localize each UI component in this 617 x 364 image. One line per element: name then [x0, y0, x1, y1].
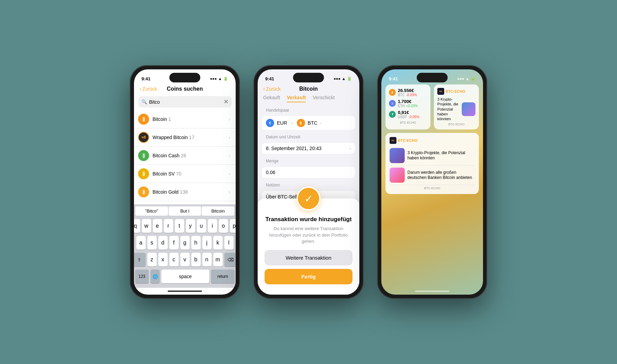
article-text-1: 3 Krypto-Projekte, die Potenzial haben k…: [407, 150, 475, 161]
usdt-change: -0.05%: [408, 115, 419, 119]
arrow-icon: →: [290, 121, 294, 125]
back-button-1[interactable]: ‹ Zurück: [139, 86, 157, 92]
btc-price: 26.556€: [398, 88, 414, 93]
key-r[interactable]: r: [164, 219, 173, 233]
coin-item-wbtc[interactable]: W₿ Wrapped Bitcoin 17 ›: [134, 128, 236, 147]
search-clear-icon[interactable]: ✕: [224, 99, 228, 105]
btc-echo-brand-small: BTC·ECHO: [446, 89, 465, 93]
bsv-rank: 70: [176, 171, 181, 177]
tab-verschickt[interactable]: Verschickt: [313, 95, 335, 102]
trading-pair-row[interactable]: € EUR → ₿ BTC ›: [266, 116, 351, 130]
btc-echo-small-widget[interactable]: BE BTC·ECHO 3 Krypto-Projekte, die Poten…: [434, 84, 479, 129]
large-widget-source: BTC-ECHO: [390, 186, 475, 190]
large-article-2[interactable]: Darum werden alle großen deutschen Banke…: [390, 166, 475, 185]
key-i[interactable]: i: [208, 219, 217, 233]
fertig-button[interactable]: Fertig: [265, 269, 352, 284]
quantity-row[interactable]: 0.06: [266, 167, 351, 178]
bch-chevron: ›: [228, 153, 230, 158]
key-h[interactable]: h: [191, 236, 201, 250]
suggestion-bitco[interactable]: "Bitco": [135, 206, 168, 216]
widget2-source: BTC-ECHO: [437, 123, 475, 126]
signal-icon-1: ●●●: [210, 77, 217, 81]
btc-price-info: 26.556€ BTC -0.03%: [398, 88, 417, 97]
tab-verkauft[interactable]: Verkauft: [287, 95, 306, 102]
key-shift[interactable]: ⇧: [134, 253, 146, 266]
keyboard: q w e r t y u i o p a s d f g h j k l: [134, 218, 236, 288]
coin-list: ₿ Bitcoin 1 › W₿ Wrapped Bitcoin 17 › ₿ …: [134, 110, 236, 204]
key-m[interactable]: m: [213, 253, 223, 266]
trading-pair-display: € EUR → ₿ BTC: [266, 119, 317, 127]
btc-echo-large-widget[interactable]: BE BTC·ECHO 3 Krypto-Projekte, die Poten…: [385, 133, 479, 194]
key-q[interactable]: q: [134, 219, 140, 233]
datetime-label: Datum und Uhrzeit: [258, 132, 359, 141]
btc-icon: ₿: [138, 114, 149, 125]
search-bar[interactable]: 🔍 ✕: [138, 96, 232, 107]
key-w[interactable]: w: [142, 219, 151, 233]
coin-item-ibb[interactable]: i₿ Interest Bearing Bitcoin 286 ›: [134, 201, 236, 204]
key-b[interactable]: b: [191, 253, 201, 266]
search-input[interactable]: [149, 99, 222, 105]
key-x[interactable]: x: [158, 253, 168, 266]
bch-rank: 26: [181, 153, 186, 158]
eth-ticker: ETH: [398, 104, 405, 108]
key-t[interactable]: t: [175, 219, 184, 233]
tab-bar: Gekauft Verkauft Verschickt: [258, 95, 359, 105]
datetime-row[interactable]: 8. September 2021, 20:43 ›: [266, 143, 351, 154]
back-button-2[interactable]: ‹ Zurück: [263, 86, 281, 92]
article-thumb-1: [390, 148, 405, 163]
suggestion-bitcoin[interactable]: Bitcoin: [202, 206, 234, 216]
key-n[interactable]: n: [202, 253, 212, 266]
btg-icon: ₿: [138, 186, 149, 197]
btc-echo-brand-large: BTC·ECHO: [398, 138, 417, 143]
coin-item-bsv[interactable]: ₿ Bitcoin SV 70 ›: [134, 165, 236, 183]
key-e[interactable]: e: [153, 219, 162, 233]
key-l[interactable]: l: [224, 236, 234, 250]
home-bar-1: [168, 291, 202, 292]
crypto-price-widget[interactable]: ₿ 26.556€ BTC -0.03% Ξ: [385, 84, 430, 129]
eth-change: +0.03%: [406, 104, 418, 108]
suggestion-buti[interactable]: But I: [169, 206, 201, 216]
bsv-name: Bitcoin SV: [153, 171, 176, 177]
coin-item-bch[interactable]: ₿ Bitcoin Cash 26 ›: [134, 147, 236, 165]
key-u[interactable]: u: [197, 219, 206, 233]
key-d[interactable]: d: [158, 236, 168, 250]
bch-name: Bitcoin Cash: [153, 153, 181, 158]
battery-icon-1: 🔋: [223, 77, 228, 81]
key-g[interactable]: g: [180, 236, 190, 250]
key-y[interactable]: y: [186, 219, 195, 233]
btc-ticker: BTC: [398, 93, 405, 97]
tab-gekauft[interactable]: Gekauft: [263, 95, 280, 102]
battery-icon-2: 🔋: [347, 77, 352, 81]
key-c[interactable]: c: [169, 253, 179, 266]
bsv-info: Bitcoin SV 70: [153, 171, 225, 177]
key-s[interactable]: s: [147, 236, 157, 250]
wbtc-name: Wrapped Bitcoin: [153, 135, 189, 140]
bsv-chevron: ›: [228, 171, 230, 177]
back-label-2: Zurück: [266, 86, 281, 92]
key-a[interactable]: a: [136, 236, 146, 250]
key-return[interactable]: return: [211, 270, 235, 283]
signal-icon-3: ●●●: [457, 77, 464, 81]
key-space[interactable]: space: [161, 270, 209, 283]
btc-rank: 1: [168, 116, 171, 122]
eth-price-row: Ξ 1.700€ ETH +0.03%: [389, 99, 427, 108]
keyboard-row4: 123 🌐 space return: [135, 270, 235, 283]
large-article-1[interactable]: 3 Krypto-Projekte, die Potenzial haben k…: [390, 146, 475, 166]
coin-item-btg[interactable]: ₿ Bitcoin Gold 138 ›: [134, 183, 236, 201]
key-o[interactable]: o: [219, 219, 228, 233]
key-z[interactable]: z: [147, 253, 157, 266]
coin-item-btc[interactable]: ₿ Bitcoin 1 ›: [134, 110, 236, 128]
key-p[interactable]: p: [230, 219, 236, 233]
weitere-transaktion-button[interactable]: Weitere Transaktion: [265, 250, 352, 265]
key-v[interactable]: v: [180, 253, 190, 266]
wbtc-info: Wrapped Bitcoin 17: [153, 134, 225, 140]
key-j[interactable]: j: [202, 236, 212, 250]
wbtc-rank: 17: [189, 135, 194, 140]
key-k[interactable]: k: [213, 236, 223, 250]
key-emoji[interactable]: 🌐: [150, 270, 160, 283]
key-delete[interactable]: ⌫: [224, 253, 236, 266]
search-icon: 🔍: [142, 99, 147, 104]
key-num[interactable]: 123: [135, 270, 149, 283]
key-f[interactable]: f: [169, 236, 179, 250]
btc-mini-icon: ₿: [389, 89, 396, 96]
